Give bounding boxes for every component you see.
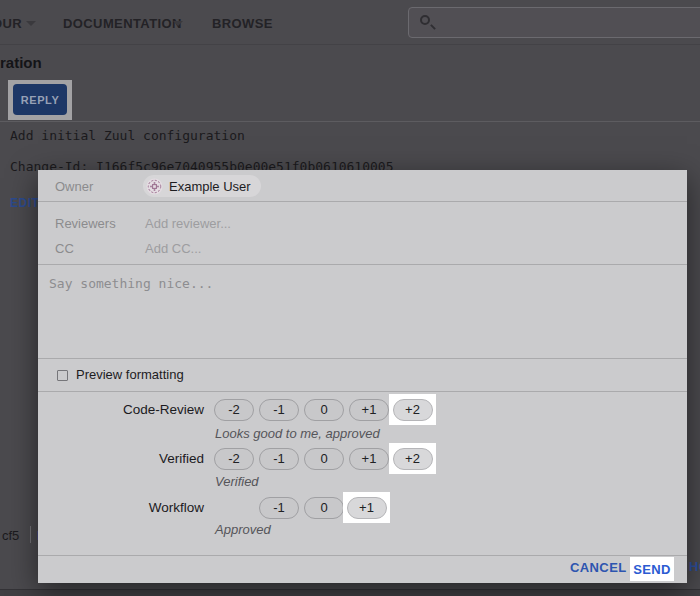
vote-button-minus2[interactable]: -2: [214, 448, 254, 470]
page-footer-strip: [0, 589, 700, 596]
vote-button-minus1[interactable]: -1: [259, 497, 299, 519]
commit-sha-fragment: cf5: [2, 528, 19, 543]
divider: [38, 358, 687, 359]
owner-label: Owner: [55, 179, 93, 194]
owner-chip[interactable]: Example User: [143, 175, 261, 197]
cc-label: CC: [55, 241, 74, 256]
reply-dialog: Owner Example User Reviewers Add reviewe…: [38, 170, 687, 583]
vote-button-plus1[interactable]: +1: [347, 497, 387, 519]
divider: [30, 526, 31, 543]
vote-button-plus2[interactable]: +2: [393, 448, 433, 470]
gerrit-reply-screenshot: OUR DOCUMENTATION BROWSE ration REPLY Ad…: [0, 0, 700, 596]
vote-button-minus1[interactable]: -1: [259, 448, 299, 470]
highlight-box: +2: [389, 394, 436, 425]
preview-formatting-label: Preview formatting: [76, 367, 184, 382]
highlight-box: +1: [343, 492, 390, 523]
vote-button-zero[interactable]: 0: [304, 497, 344, 519]
divider: [38, 555, 687, 556]
search-icon: [420, 15, 430, 25]
avatar-icon: [146, 178, 163, 195]
divider: [38, 391, 687, 392]
vote-label-verified: Verified: [38, 448, 204, 470]
section-divider: [0, 121, 700, 122]
send-highlight-box: SEND: [630, 557, 674, 581]
vote-label-workflow: Workflow: [38, 497, 204, 519]
reply-highlight-box: REPLY: [8, 80, 72, 120]
vote-button-minus2[interactable]: -2: [214, 399, 254, 421]
commit-message: Add initial Zuul configuration: [10, 128, 245, 143]
divider: [38, 201, 687, 202]
vote-button-zero[interactable]: 0: [304, 399, 344, 421]
nav-documentation[interactable]: DOCUMENTATION: [63, 16, 182, 31]
vote-label-code-review: Code-Review: [38, 399, 204, 421]
message-textarea[interactable]: Say something nice...: [38, 265, 687, 358]
vote-description: Verified: [215, 474, 259, 489]
vote-button-plus1[interactable]: +1: [349, 448, 389, 470]
nav-your[interactable]: OUR: [0, 16, 22, 31]
owner-name: Example User: [169, 179, 251, 194]
add-cc-input[interactable]: Add CC...: [145, 241, 201, 256]
page-title-fragment: ration: [0, 54, 42, 71]
send-button[interactable]: SEND: [633, 562, 671, 577]
cancel-button[interactable]: CANCEL: [570, 560, 627, 575]
reviewers-label: Reviewers: [55, 216, 116, 231]
vote-button-minus1[interactable]: -1: [259, 399, 299, 421]
nav-browse[interactable]: BROWSE: [212, 16, 273, 31]
search-input[interactable]: [408, 7, 700, 38]
reply-button[interactable]: REPLY: [13, 84, 67, 115]
vote-description: Looks good to me, approved: [215, 426, 380, 441]
highlight-box: +2: [389, 443, 436, 474]
chevron-down-icon: [173, 21, 183, 26]
preview-formatting-checkbox[interactable]: [57, 370, 68, 381]
right-link-fragment[interactable]: HO: [689, 559, 700, 574]
vote-button-plus1[interactable]: +1: [349, 399, 389, 421]
vote-button-zero[interactable]: 0: [304, 448, 344, 470]
message-placeholder: Say something nice...: [49, 276, 213, 291]
vote-description: Approved: [215, 522, 271, 537]
chevron-down-icon: [26, 21, 36, 26]
vote-button-plus2[interactable]: +2: [393, 399, 433, 421]
edit-link[interactable]: EDIT: [10, 196, 39, 210]
top-nav-bar: OUR DOCUMENTATION BROWSE: [0, 0, 700, 45]
add-reviewer-input[interactable]: Add reviewer...: [145, 216, 231, 231]
